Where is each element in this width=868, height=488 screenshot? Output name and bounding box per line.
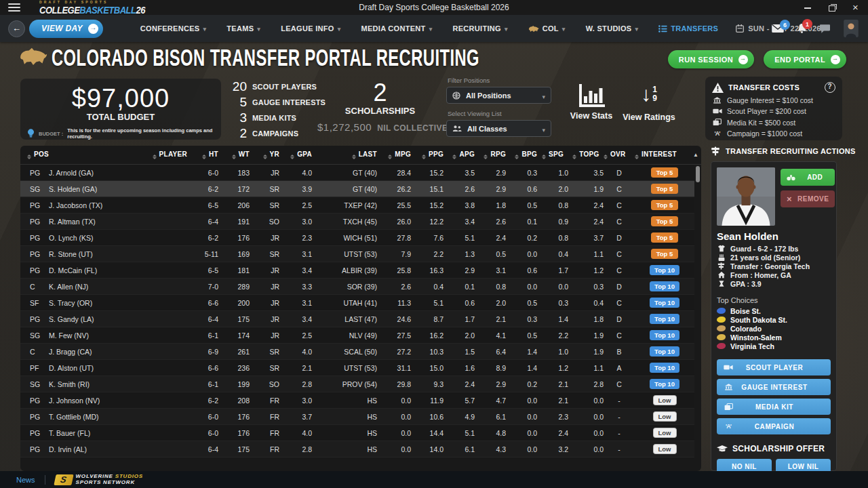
cell-gpa: 4.0 <box>279 348 312 356</box>
end-portal-button[interactable]: END PORTAL <box>764 50 846 68</box>
minimize-button[interactable] <box>803 3 812 12</box>
column-header[interactable]: HT <box>187 150 218 160</box>
restore-button[interactable] <box>827 3 837 12</box>
gauge-interest-icon <box>712 97 722 104</box>
bell-icon[interactable]: 1 <box>797 24 806 33</box>
table-row[interactable]: SF S. Tracy (OR) 6-6 200 JR 3.1 UTAH (41… <box>20 295 694 311</box>
table-row[interactable]: SG M. Few (NV) 6-1 174 JR 2.5 NLV (49) 2… <box>20 327 694 344</box>
nav-menu: CONFERENCES TEAMS LEAGUE INFO MEDIA CO <box>140 24 718 33</box>
table-row[interactable]: SG S. Holden (GA) 6-2 172 SR 3.9 GT (40)… <box>20 181 694 197</box>
column-header[interactable]: RPG <box>475 150 506 160</box>
nav-item-label: W. STUDIOS <box>586 24 632 33</box>
nav-menu-item[interactable]: COL <box>528 24 566 33</box>
mail-icon[interactable]: 6 <box>772 24 784 33</box>
cell-player: J. Johnson (NV) <box>49 396 187 405</box>
column-header[interactable]: LAST <box>312 150 377 160</box>
nil-collective-amount: $1,272,500 <box>317 121 372 133</box>
cell-mpg: 24.6 <box>377 315 411 323</box>
cell-topg: 1.9 <box>568 185 604 193</box>
cell-last: SOR (39) <box>312 283 377 291</box>
recruiting-action-button[interactable]: SCOUT PLAYER <box>717 359 831 375</box>
main-navbar: VIEW DAY CONFERENCES TEAMS LEAGUE INFO <box>0 15 868 42</box>
column-header[interactable]: SPG <box>537 150 568 160</box>
nav-menu-item[interactable]: CONFERENCES <box>140 24 206 33</box>
nav-menu-item[interactable]: TRANSFERS <box>658 24 718 33</box>
count-row: 3 MEDIA KITS <box>229 111 331 124</box>
table-row[interactable]: C J. Bragg (CA) 6-9 261 SR 4.0 SCAL (50)… <box>20 344 694 360</box>
column-header[interactable]: POS <box>20 150 49 160</box>
column-header-label: SPG <box>549 150 564 158</box>
table-row[interactable]: C K. Allen (NJ) 7-0 289 JR 3.3 SOR (39) … <box>20 279 694 295</box>
nav-menu-item[interactable]: RECRUITING <box>452 24 507 33</box>
sort-icon <box>263 155 267 160</box>
back-arrow-button[interactable] <box>8 20 25 37</box>
cell-wt: 261 <box>218 348 250 356</box>
table-row[interactable]: PG D. Irvin (AL) 6-4 175 FR 2.8 HS 0.0 1… <box>20 441 694 458</box>
cell-player: S. Gandy (LA) <box>49 315 187 323</box>
table-row[interactable]: PG R. Altman (TX) 6-4 191 SO 3.0 TXCH (4… <box>20 214 694 230</box>
table-row[interactable]: PG R. Stone (UT) 5-11 169 SR 3.1 UTST (5… <box>20 246 694 262</box>
scholarships-label: SCHOLARSHIPS <box>317 106 443 116</box>
recruiting-action-button[interactable]: MEDIA KIT <box>717 399 831 415</box>
player-detail-text: Guard - 6-2 - 172 lbs <box>730 245 798 253</box>
cell-apg: 5.7 <box>443 396 475 405</box>
close-button[interactable] <box>852 3 861 12</box>
column-header[interactable]: INTEREST <box>635 150 694 160</box>
view-stats-button[interactable]: View Stats <box>570 84 613 121</box>
help-icon[interactable] <box>825 82 835 93</box>
table-row[interactable]: PG J. Johnson (NV) 6-2 208 FR 3.0 HS 0.0… <box>20 392 694 409</box>
cell-interest: Low <box>635 428 694 438</box>
column-header[interactable]: PLAYER <box>49 150 187 160</box>
sort-icon <box>27 155 31 160</box>
budget-note-key: BUDGET : <box>39 131 63 137</box>
table-row[interactable]: PG J. Jacobson (TX) 6-5 206 SR 2.5 TXEP … <box>20 197 694 214</box>
column-header[interactable]: MPG <box>377 150 411 160</box>
table-row[interactable]: PG D. McCain (FL) 6-5 181 JR 3.4 ALBIR (… <box>20 262 694 279</box>
interest-badge: Low <box>653 428 677 438</box>
column-header[interactable]: PPG <box>411 150 443 160</box>
column-header[interactable]: OVR <box>604 150 635 160</box>
news-link[interactable]: News <box>16 476 35 484</box>
table-row[interactable]: PG J. Arnold (GA) 6-0 183 JR 4.0 GT (40)… <box>20 165 694 181</box>
cost-item: Campaign = $1000 cost <box>712 129 835 138</box>
nav-menu-item[interactable]: W. STUDIOS <box>586 24 639 33</box>
cell-spg: 1.4 <box>537 315 568 323</box>
table-row[interactable]: PG O. Lynch (KS) 6-2 176 JR 2.3 WICH (51… <box>20 230 694 246</box>
bar-chart-icon <box>570 84 613 107</box>
chat-icon[interactable] <box>820 24 830 33</box>
classes-dropdown[interactable]: All Classes <box>446 120 551 137</box>
scrollbar-thumb[interactable] <box>696 166 700 182</box>
nav-menu-item[interactable]: LEAGUE INFO <box>281 24 340 33</box>
column-header[interactable]: TOPG <box>568 150 604 160</box>
positions-dropdown[interactable]: All Positions <box>446 87 551 104</box>
view-ratings-button[interactable]: View Ratings <box>623 84 675 122</box>
cell-pos: PF <box>20 364 49 372</box>
column-header[interactable]: YR <box>250 150 279 160</box>
cell-yr: JR <box>250 234 279 242</box>
column-header[interactable]: BPG <box>506 150 537 160</box>
add-button[interactable]: ADD <box>781 169 835 186</box>
table-row[interactable]: PG S. Gandy (LA) 6-4 175 JR 3.4 LAST (47… <box>20 311 694 327</box>
column-header[interactable]: GPA <box>279 150 312 160</box>
recruiting-action-button[interactable]: GAUGE INTEREST <box>717 379 831 395</box>
table-row[interactable]: SG K. Smith (RI) 6-1 199 SO 2.8 PROV (54… <box>20 376 694 392</box>
table-row[interactable]: PG T. Bauer (FL) 6-0 176 FR 4.0 HS 0.0 1… <box>20 425 694 441</box>
count-label: CAMPAIGNS <box>252 129 298 138</box>
run-session-button[interactable]: RUN SESSION <box>668 50 754 68</box>
recruiting-action-button[interactable]: CAMPAIGN <box>717 418 831 434</box>
view-day-button[interactable]: VIEW DAY <box>29 20 103 38</box>
cell-gpa: 3.4 <box>279 315 312 323</box>
nav-menu-item[interactable]: MEDIA CONTENT <box>361 24 432 33</box>
cell-gpa: 3.3 <box>279 283 312 291</box>
column-header[interactable]: WT <box>218 150 250 160</box>
nav-menu-item[interactable]: TEAMS <box>226 24 260 33</box>
cell-pos: PG <box>20 169 49 177</box>
column-header[interactable]: APG <box>443 150 475 160</box>
chevron-down-icon <box>562 24 566 33</box>
table-row[interactable]: PF D. Alston (UT) 6-6 236 SR 2.1 UTST (5… <box>20 360 694 376</box>
chevron-down-icon <box>635 24 638 33</box>
table-row[interactable]: PG T. Gottlieb (MD) 6-0 176 FR 3.7 HS 0.… <box>20 409 694 425</box>
cell-apg: 2.9 <box>443 266 475 274</box>
remove-button[interactable]: REMOVE <box>781 190 835 207</box>
user-avatar[interactable] <box>844 20 859 37</box>
